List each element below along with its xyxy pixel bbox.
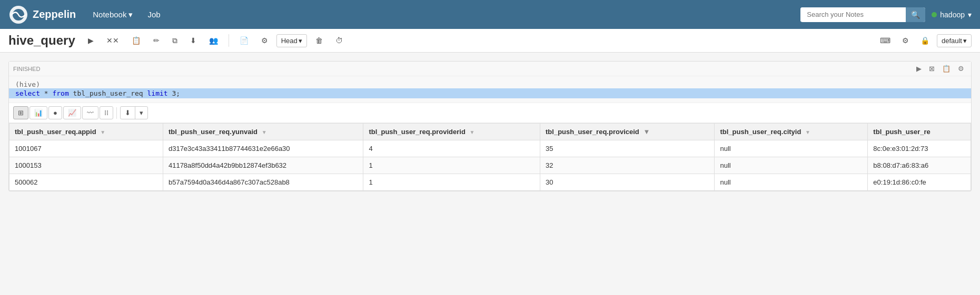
sort-icon-providerid: ▼ [470,129,475,135]
table-cell: null [715,140,868,157]
cell-actions: ▶ ⊠ 📋 ⚙ [914,64,967,74]
search-icon: 🔍 [911,11,920,19]
table-row: 1001067d317e3c43a33411b87744631e2e66a304… [9,140,971,157]
code-line: select * from tbl_push_user_req limit 3; [9,88,971,98]
table-cell: 1 [363,174,540,191]
code-area[interactable]: (hive) select * from tbl_push_user_req l… [9,76,971,103]
code-keyword-select: select [15,89,40,97]
sort-icon-cityid: ▼ [805,129,810,135]
notebook-title: hive_query [8,33,75,48]
head-dropdown-icon: ▾ [299,37,302,45]
table-cell: 1001067 [9,140,163,157]
table-cell: 35 [540,140,715,157]
table-cell: 32 [540,157,715,174]
chart-table-button[interactable]: ⊞ [13,106,28,119]
navbar-job[interactable]: Job [141,6,166,24]
code-val-star: * [44,89,53,97]
sort-icon-appid: ▼ [100,129,105,135]
table-cell: 1 [363,157,540,174]
search-input[interactable] [800,7,906,22]
cell-settings-icon[interactable]: ⚙ [257,34,272,47]
notebook-right: ⌨ ⚙ 🔒 default ▾ [876,34,972,47]
head-button[interactable]: Head ▾ [276,34,307,47]
cell-status-label: FINISHED [13,66,40,72]
code-keyword-from: from [52,89,68,97]
navbar-right: 🔍 hadoop ▾ [800,7,972,22]
navbar-notebook[interactable]: Notebook ▾ [86,6,139,24]
clone-button[interactable]: ⧉ [168,34,182,48]
chart-line-button[interactable]: 〰 [82,106,98,119]
edit-button[interactable]: ✏ [149,34,164,47]
notebook-header: hive_query ▶ ✕✕ 📋 ✏ ⧉ ⬇ 👥 📄 ⚙ Head ▾ 🗑 ⏱… [0,29,980,53]
show-code-button[interactable]: 📋 [127,34,145,47]
navbar-menu: Notebook ▾ Job [86,6,166,24]
table-head: tbl_push_user_req.appid ▼ tbl_push_user_… [9,124,971,140]
user-label: hadoop [940,11,965,19]
chart-pie-button[interactable]: ● [48,106,62,119]
table-cell: 8c:0e:e3:01:2d:73 [868,140,971,157]
delete-button[interactable]: 🗑 [311,34,327,47]
brand-name: Zeppelin [33,8,76,21]
col-last[interactable]: tbl_push_user_re [868,124,971,140]
gear-button[interactable]: ⚙ [898,34,913,47]
table-cell: e0:19:1d:86:c0:fe [868,174,971,191]
brand: Zeppelin [8,5,76,25]
user-dropdown-icon: ▾ [968,11,972,19]
col-yunvaid[interactable]: tbl_push_user_req.yunvaid ▼ [163,124,363,140]
col-providerid[interactable]: tbl_push_user_req.providerid ▼ [363,124,540,140]
chart-area-button[interactable]: 📈 [63,106,81,119]
search-button[interactable]: 🔍 [906,7,925,22]
result-table: tbl_push_user_req.appid ▼ tbl_push_user_… [9,123,971,191]
table-header-row: tbl_push_user_req.appid ▼ tbl_push_user_… [9,124,971,140]
cell-clear-button[interactable]: ⊠ [926,64,937,74]
filter-icon-proviceid: ▼ [643,128,650,136]
notebook-dropdown-icon: ▾ [128,10,133,19]
timer-button[interactable]: ⏱ [331,34,347,47]
navbar: Zeppelin Notebook ▾ Job 🔍 hadoop ▾ [0,0,980,29]
cell-header: FINISHED ▶ ⊠ 📋 ⚙ [9,62,971,76]
report-button[interactable]: 📄 [235,34,253,47]
table-cell: 30 [540,174,715,191]
main-content: FINISHED ▶ ⊠ 📋 ⚙ (hive) select * from tb… [0,53,980,206]
keyboard-button[interactable]: ⌨ [876,34,895,47]
default-dropdown-icon: ▾ [963,37,967,45]
cell-code-button[interactable]: 📋 [939,64,953,74]
table-cell: 4 [363,140,540,157]
run-all-button[interactable]: ▶ [84,34,98,47]
cell-run-button[interactable]: ▶ [914,64,924,74]
chart-scatter-button[interactable]: ⁞⁞ [100,106,113,119]
user-status-dot [932,12,937,17]
col-cityid[interactable]: tbl_push_user_req.cityid ▼ [715,124,868,140]
collaborators-button[interactable]: 👥 [205,34,222,47]
table-body: 1001067d317e3c43a33411b87744631e2e66a304… [9,140,971,191]
lock-button[interactable]: 🔒 [916,34,934,47]
table-cell: b57a7594d0a346d4a867c307ac528ab8 [163,174,363,191]
table-cell: 500062 [9,174,163,191]
table-cell: b8:08:d7:a6:83:a6 [868,157,971,174]
default-button[interactable]: default ▾ [937,34,972,47]
download-button[interactable]: ⬇ [121,107,135,119]
table-cell: null [715,157,868,174]
toolbar-divider-1 [229,34,229,47]
table-cell: d317e3c43a33411b87744631e2e66a30 [163,140,363,157]
cell-status: FINISHED [13,66,40,72]
col-appid[interactable]: tbl_push_user_req.appid ▼ [9,124,163,140]
head-label: Head [281,37,298,45]
table-cell: 41178a8f50dd4a42b9bb12874ef3b632 [163,157,363,174]
cell-gear-button[interactable]: ⚙ [955,64,967,74]
stop-all-button[interactable]: ✕✕ [102,34,123,47]
chart-toolbar-divider [116,107,117,119]
export-button[interactable]: ⬇ [186,34,201,47]
code-keyword-limit: limit [147,89,167,97]
download-dropdown-button[interactable]: ▾ [135,107,147,119]
table-cell: null [715,174,868,191]
result-table-container: tbl_push_user_req.appid ▼ tbl_push_user_… [9,123,971,191]
code-limit-value: 3; [172,89,180,97]
code-interpreter: (hive) [15,80,40,88]
table-row: 100015341178a8f50dd4a42b9bb12874ef3b6321… [9,157,971,174]
zeppelin-logo-icon [8,5,28,25]
chart-bar-button[interactable]: 📊 [29,106,47,119]
search-box: 🔍 [800,7,925,22]
download-group: ⬇ ▾ [120,106,148,119]
col-proviceid[interactable]: tbl_push_user_req.proviceid ▼ [540,124,715,140]
